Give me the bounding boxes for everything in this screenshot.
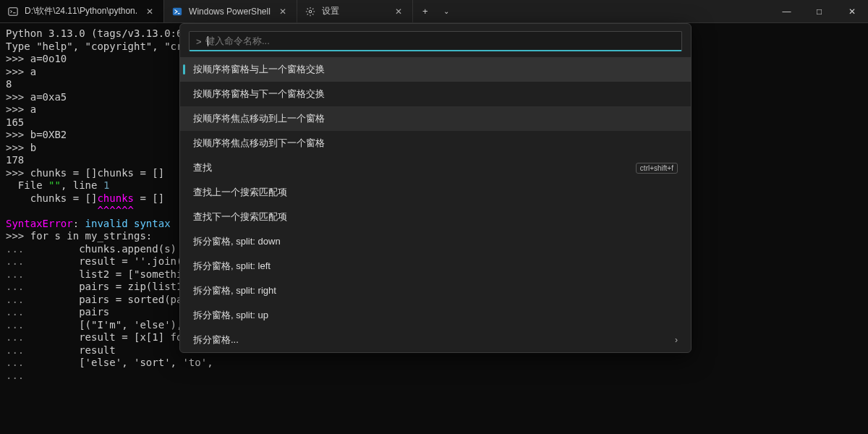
maximize-button[interactable]: □ xyxy=(803,0,835,22)
palette-search-input[interactable] xyxy=(189,31,682,51)
palette-item-0[interactable]: 按顺序将窗格与上一个窗格交换 xyxy=(180,57,691,82)
tab-label: Windows PowerShell xyxy=(189,7,271,17)
tab-label: D:\软件\24.11\Python\python. xyxy=(25,5,137,17)
new-tab-button[interactable]: + xyxy=(413,0,438,22)
palette-item-label: 拆分窗格, split: right xyxy=(193,284,276,297)
tab-close-icon[interactable]: ✕ xyxy=(143,5,156,18)
palette-item-1[interactable]: 按顺序将窗格与下一个窗格交换 xyxy=(180,82,691,106)
palette-item-7[interactable]: 拆分窗格, split: down xyxy=(180,229,691,254)
tab-0[interactable]: D:\软件\24.11\Python\python.✕ xyxy=(0,0,164,22)
minimize-button[interactable]: — xyxy=(770,0,803,22)
terminal-icon xyxy=(7,6,19,17)
palette-item-9[interactable]: 拆分窗格, split: right xyxy=(180,278,691,303)
palette-item-label: 按顺序将焦点移动到下一个窗格 xyxy=(193,137,325,150)
tab-dropdown-button[interactable]: ⌄ xyxy=(438,0,455,22)
window-controls: — □ ✕ xyxy=(770,0,868,22)
chevron-right-icon: › xyxy=(675,335,678,345)
tab-1[interactable]: Windows PowerShell✕ xyxy=(164,0,297,22)
palette-item-label: 拆分窗格... xyxy=(193,333,239,346)
palette-item-8[interactable]: 拆分窗格, split: left xyxy=(180,254,691,278)
svg-point-2 xyxy=(309,10,312,13)
palette-item-label: 查找上一个搜索匹配项 xyxy=(193,186,287,199)
tab-close-icon[interactable]: ✕ xyxy=(392,5,405,18)
palette-item-10[interactable]: 拆分窗格, split: up xyxy=(180,303,691,328)
titlebar-spacer xyxy=(455,0,770,22)
tab-2[interactable]: 设置✕ xyxy=(297,0,413,22)
selection-indicator xyxy=(183,64,185,75)
palette-shortcut: ctrl+shift+f xyxy=(636,163,678,174)
command-palette: > 按顺序将窗格与上一个窗格交换按顺序将窗格与下一个窗格交换按顺序将焦点移动到上… xyxy=(179,23,692,353)
palette-input-row: > xyxy=(180,24,691,57)
palette-item-label: 按顺序将窗格与下一个窗格交换 xyxy=(193,88,325,101)
palette-item-2[interactable]: 按顺序将焦点移动到上一个窗格 xyxy=(180,106,691,131)
gear-icon xyxy=(305,6,316,17)
palette-item-11[interactable]: 拆分窗格...› xyxy=(180,328,691,352)
palette-item-label: 按顺序将窗格与上一个窗格交换 xyxy=(193,63,325,76)
title-bar: D:\软件\24.11\Python\python.✕Windows Power… xyxy=(0,0,868,23)
palette-list[interactable]: 按顺序将窗格与上一个窗格交换按顺序将窗格与下一个窗格交换按顺序将焦点移动到上一个… xyxy=(180,57,691,352)
close-button[interactable]: ✕ xyxy=(835,0,868,22)
text-cursor xyxy=(208,36,208,46)
tab-label: 设置 xyxy=(322,5,339,17)
tab-close-icon[interactable]: ✕ xyxy=(276,5,289,18)
palette-item-label: 查找 xyxy=(193,161,212,174)
palette-item-4[interactable]: 查找ctrl+shift+f xyxy=(180,156,691,180)
powershell-icon xyxy=(171,6,183,17)
palette-item-label: 拆分窗格, split: down xyxy=(193,235,281,248)
palette-item-label: 拆分窗格, split: up xyxy=(193,309,268,322)
palette-item-6[interactable]: 查找下一个搜索匹配项 xyxy=(180,205,691,229)
palette-item-label: 拆分窗格, split: left xyxy=(193,260,271,273)
svg-rect-0 xyxy=(9,7,17,15)
palette-item-label: 按顺序将焦点移动到上一个窗格 xyxy=(193,112,325,125)
palette-item-label: 查找下一个搜索匹配项 xyxy=(193,210,287,224)
palette-item-3[interactable]: 按顺序将焦点移动到下一个窗格 xyxy=(180,131,691,156)
palette-item-5[interactable]: 查找上一个搜索匹配项 xyxy=(180,180,691,205)
